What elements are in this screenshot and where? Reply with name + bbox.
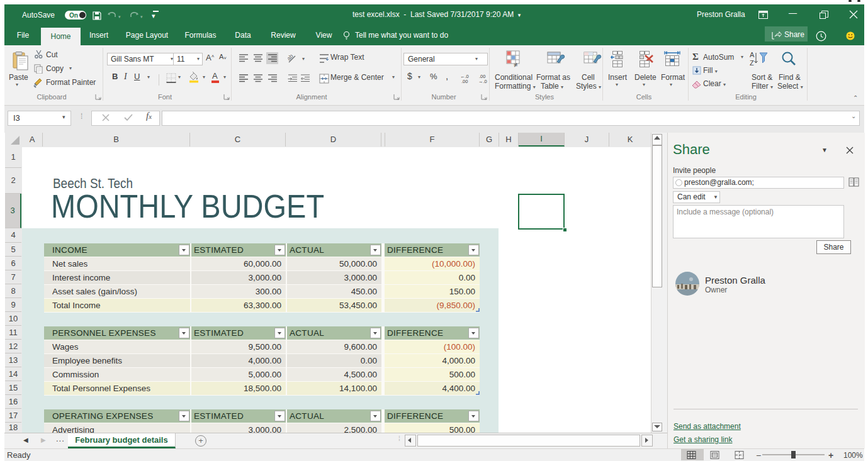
svg-text:Z: Z bbox=[750, 59, 754, 67]
svg-text:→.0: →.0 bbox=[478, 79, 487, 84]
svg-text:≠: ≠ bbox=[514, 61, 517, 68]
svg-text:ab: ab bbox=[288, 53, 295, 62]
svg-text:A: A bbox=[750, 51, 755, 58]
svg-text:.00: .00 bbox=[461, 79, 468, 84]
